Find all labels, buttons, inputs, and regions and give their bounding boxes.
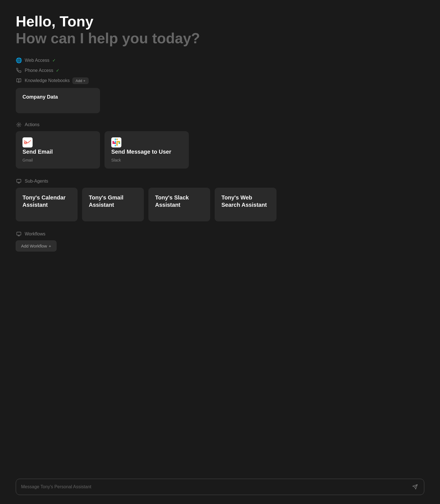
- slack-icon: [111, 137, 182, 149]
- message-input[interactable]: [21, 484, 408, 489]
- web-access-item: 🌐 Web Access ✓: [16, 57, 424, 63]
- svg-point-0: [18, 124, 20, 125]
- subagent-gmail-title: Tony's Gmail Assistant: [89, 194, 123, 208]
- svg-rect-8: [112, 142, 116, 144]
- subagent-slack-title: Tony's Slack Assistant: [155, 194, 189, 208]
- svg-rect-7: [115, 145, 116, 146]
- action-card-send-slack[interactable]: Send Message to User Slack: [105, 131, 189, 169]
- message-input-container: [16, 479, 424, 495]
- phone-access-label: Phone Access: [25, 68, 53, 73]
- gmail-icon: M: [22, 137, 93, 149]
- subagent-websearch-title: Tony's Web Search Assistant: [221, 194, 267, 208]
- phone-access-item: Phone Access ✓: [16, 68, 424, 73]
- workflows-header: Workflows: [16, 231, 424, 237]
- svg-rect-14: [17, 232, 21, 235]
- add-workflow-label: Add Workflow: [21, 244, 47, 248]
- action-card-send-email[interactable]: M Send Email Gmail: [16, 131, 100, 169]
- svg-rect-9: [116, 141, 120, 142]
- subagent-cards: Tony's Calendar Assistant Tony's Gmail A…: [16, 188, 424, 221]
- svg-rect-11: [116, 142, 118, 146]
- workflows-section: Workflows Add Workflow +: [16, 231, 424, 251]
- add-workflow-icon: +: [49, 244, 51, 248]
- svg-rect-5: [115, 139, 116, 140]
- send-icon: [412, 484, 418, 490]
- svg-rect-13: [17, 179, 21, 182]
- phone-access-check: ✓: [56, 68, 60, 73]
- actions-icon: [16, 122, 22, 127]
- subagents-section: Sub-Agents Tony's Calendar Assistant Ton…: [16, 179, 424, 221]
- knowledge-notebooks-section: Knowledge Notebooks Add + Company Data: [16, 78, 424, 113]
- notebook-cards: Company Data: [16, 88, 424, 113]
- actions-section: Actions M Send Email Gmail: [16, 122, 424, 169]
- send-slack-title: Send Message to User: [111, 149, 182, 155]
- subagent-card-slack[interactable]: Tony's Slack Assistant: [148, 188, 210, 221]
- actions-label: Actions: [25, 122, 39, 127]
- notebooks-label: Knowledge Notebooks: [25, 78, 70, 83]
- actions-header: Actions: [16, 122, 424, 127]
- notebook-card-company-data[interactable]: Company Data: [16, 88, 100, 113]
- workflows-label: Workflows: [25, 231, 46, 237]
- subagent-card-calendar[interactable]: Tony's Calendar Assistant: [16, 188, 78, 221]
- send-email-source: Gmail: [22, 158, 93, 162]
- notebooks-header: Knowledge Notebooks Add +: [16, 78, 424, 84]
- svg-rect-12: [116, 139, 118, 140]
- subagents-header: Sub-Agents: [16, 179, 424, 184]
- send-message-button[interactable]: [411, 483, 419, 491]
- subagents-icon: [16, 179, 22, 184]
- phone-access-icon: [16, 68, 22, 73]
- svg-text:M: M: [24, 141, 27, 145]
- send-slack-source: Slack: [111, 158, 182, 162]
- send-email-title: Send Email: [22, 149, 93, 155]
- add-workflow-button[interactable]: Add Workflow +: [16, 240, 56, 251]
- subagent-calendar-title: Tony's Calendar Assistant: [22, 194, 65, 208]
- notebooks-icon: [16, 78, 22, 83]
- greeting-hello: Hello, Tony: [16, 13, 424, 29]
- greeting-subtitle: How can I help you today?: [16, 29, 424, 47]
- web-access-label: Web Access: [25, 58, 49, 63]
- subagent-card-gmail[interactable]: Tony's Gmail Assistant: [82, 188, 144, 221]
- message-input-wrapper: [16, 479, 424, 495]
- svg-rect-10: [119, 142, 120, 144]
- subagent-card-websearch[interactable]: Tony's Web Search Assistant: [215, 188, 276, 221]
- svg-rect-3: [111, 137, 121, 147]
- workflows-icon: [16, 231, 22, 237]
- web-access-check: ✓: [52, 58, 56, 63]
- subagents-label: Sub-Agents: [25, 179, 48, 184]
- action-cards: M Send Email Gmail: [16, 131, 424, 169]
- web-access-icon: 🌐: [16, 57, 22, 63]
- notebook-card-title: Company Data: [22, 94, 58, 100]
- svg-rect-4: [112, 141, 114, 142]
- add-notebook-button[interactable]: Add +: [72, 78, 89, 84]
